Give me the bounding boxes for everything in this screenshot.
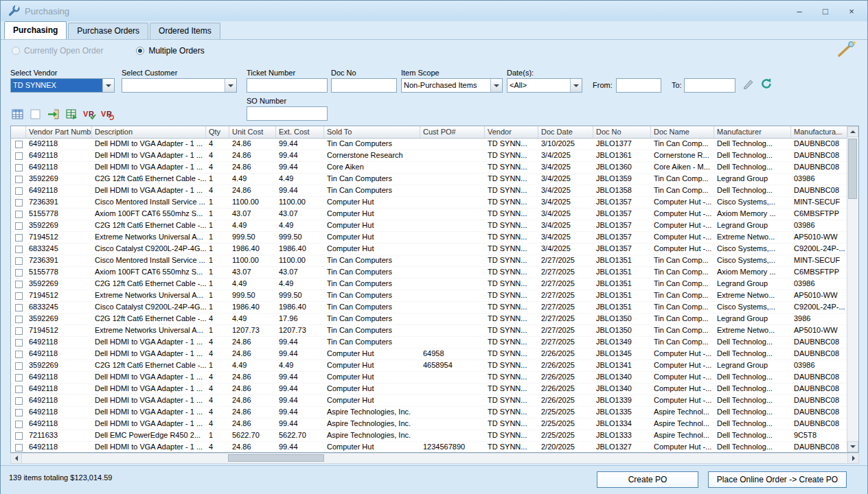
- column-header[interactable]: Manufactura...: [791, 126, 847, 138]
- blank-sheet-icon[interactable]: [28, 107, 43, 121]
- refresh-cost-icon[interactable]: [760, 78, 774, 91]
- table-row[interactable]: 6492118Dell HDMI to VGA Adapter - 1 ...4…: [11, 395, 847, 407]
- vertical-scroll-thumb[interactable]: [848, 139, 857, 199]
- magic-wand-icon[interactable]: [836, 39, 856, 58]
- select-vendor-combo[interactable]: TD SYNNEX: [10, 78, 115, 93]
- row-checkbox[interactable]: [11, 419, 26, 430]
- row-checkbox[interactable]: [11, 314, 26, 325]
- doc-no-input[interactable]: [331, 78, 397, 93]
- column-header[interactable]: Doc Date: [538, 126, 593, 138]
- vertical-scrollbar[interactable]: [847, 126, 858, 452]
- row-checkbox[interactable]: [11, 302, 26, 313]
- table-row[interactable]: 7194512Extreme Networks Universal A...19…: [11, 232, 847, 244]
- horizontal-scroll-thumb[interactable]: [228, 454, 324, 462]
- item-scope-combo[interactable]: Non-Purchased Items: [401, 78, 503, 93]
- row-checkbox[interactable]: [11, 232, 26, 243]
- to-date-input[interactable]: [684, 78, 735, 93]
- row-checkbox[interactable]: [11, 384, 26, 395]
- vr-refresh-icon[interactable]: V R: [100, 107, 114, 121]
- horizontal-scroll-track[interactable]: [22, 454, 847, 463]
- table-row[interactable]: 7236391Cisco Mentored Install Service ..…: [11, 197, 847, 209]
- row-checkbox[interactable]: [11, 407, 26, 418]
- row-checkbox[interactable]: [11, 139, 26, 150]
- column-header[interactable]: Sold To: [324, 126, 420, 138]
- table-row[interactable]: 6492118Dell HDMI to VGA Adapter - 1 ...4…: [11, 337, 847, 349]
- table-row[interactable]: 7194512Extreme Networks Universal A...11…: [11, 325, 847, 337]
- row-checkbox[interactable]: [11, 372, 26, 383]
- place-online-order-button[interactable]: Place Online Order -> Create PO: [708, 471, 847, 488]
- chevron-down-icon[interactable]: [225, 79, 236, 92]
- table-row[interactable]: 5155778Axiom 100FT CAT6 550mhz S...143.0…: [11, 209, 847, 220]
- row-checkbox[interactable]: [11, 395, 26, 406]
- scroll-right-icon[interactable]: [847, 454, 858, 463]
- column-header[interactable]: Ext. Cost: [276, 126, 324, 138]
- row-checkbox[interactable]: [11, 349, 26, 360]
- table-row[interactable]: 6492118Dell HDMI to VGA Adapter - 1 ...4…: [11, 185, 847, 197]
- table-row[interactable]: 6492118Dell HDMI to VGA Adapter - 1 ...4…: [11, 407, 847, 419]
- chevron-down-icon[interactable]: [570, 79, 582, 92]
- row-checkbox[interactable]: [11, 360, 26, 371]
- column-header[interactable]: Description: [92, 126, 206, 138]
- chevron-down-icon[interactable]: [490, 79, 502, 92]
- row-checkbox[interactable]: [11, 267, 26, 278]
- column-header[interactable]: Qty: [206, 126, 229, 138]
- maximize-button[interactable]: □: [821, 6, 830, 16]
- chevron-down-icon[interactable]: [102, 79, 114, 92]
- scroll-left-icon[interactable]: [11, 454, 22, 463]
- row-checkbox[interactable]: [11, 197, 26, 208]
- vr-check-icon[interactable]: V R: [82, 107, 96, 121]
- close-button[interactable]: ×: [847, 6, 856, 16]
- table-row[interactable]: 6492118Dell HDMI to VGA Adapter - 1 ...4…: [11, 162, 847, 174]
- column-header[interactable]: Unit Cost: [229, 126, 276, 138]
- column-header[interactable]: Manufacturer: [714, 126, 791, 138]
- table-row[interactable]: 3592269C2G 12ft Cat6 Ethernet Cable -...…: [11, 279, 847, 290]
- so-number-input[interactable]: [247, 106, 328, 121]
- column-header[interactable]: Doc No: [593, 126, 651, 138]
- minimize-button[interactable]: –: [795, 6, 804, 16]
- row-checkbox[interactable]: [11, 162, 26, 173]
- row-checkbox[interactable]: [11, 244, 26, 255]
- row-checkbox[interactable]: [11, 279, 26, 290]
- row-checkbox[interactable]: [11, 150, 26, 161]
- table-row[interactable]: 6492118Dell HDMI to VGA Adapter - 1 ...4…: [11, 419, 847, 430]
- vertical-scroll-track[interactable]: [847, 137, 858, 441]
- import-items-icon[interactable]: [46, 107, 60, 121]
- table-row[interactable]: 6833245Cisco Catalyst C9200L-24P-4G...11…: [11, 302, 847, 314]
- tab-purchasing[interactable]: Purchasing: [4, 21, 67, 39]
- table-row[interactable]: 6492118Dell HDMI to VGA Adapter - 1 ...4…: [11, 139, 847, 150]
- table-row[interactable]: 7211633Dell EMC PowerEdge R450 2...15622…: [11, 430, 847, 442]
- from-date-input[interactable]: [616, 78, 661, 93]
- radio-currently-open-order[interactable]: Currently Open Order: [12, 46, 103, 56]
- table-row[interactable]: 6492118Dell HDMI to VGA Adapter - 1 ...4…: [11, 384, 847, 395]
- tab-ordered-items[interactable]: Ordered Items: [150, 23, 220, 39]
- table-row[interactable]: 6492118Dell HDMI to VGA Adapter - 1 ...4…: [11, 372, 847, 384]
- table-row[interactable]: 7194512Extreme Networks Universal A...19…: [11, 290, 847, 302]
- table-row[interactable]: 5155778Axiom 100FT CAT6 550mhz S...143.0…: [11, 267, 847, 279]
- row-checkbox[interactable]: [11, 325, 26, 336]
- row-checkbox[interactable]: [11, 209, 26, 220]
- row-checkbox[interactable]: [11, 430, 26, 441]
- grid-view-icon[interactable]: [10, 107, 25, 121]
- row-checkbox[interactable]: [11, 220, 26, 231]
- table-row[interactable]: 3592269C2G 12ft Cat6 Ethernet Cable -...…: [11, 174, 847, 185]
- table-row[interactable]: 3592269C2G 12ft Cat6 Ethernet Cable -...…: [11, 314, 847, 325]
- column-header[interactable]: Vendor Part Number: [26, 126, 92, 138]
- radio-multiple-orders[interactable]: Multiple Orders: [136, 46, 204, 56]
- scroll-down-icon[interactable]: [847, 441, 858, 452]
- column-header[interactable]: Cust PO#: [420, 126, 485, 138]
- row-checkbox[interactable]: [11, 337, 26, 348]
- select-customer-combo[interactable]: [122, 78, 237, 93]
- create-po-button[interactable]: Create PO: [597, 471, 698, 488]
- row-checkbox[interactable]: [11, 442, 26, 452]
- row-checkbox[interactable]: [11, 174, 26, 185]
- table-row[interactable]: 6492118Dell HDMI to VGA Adapter - 1 ...4…: [11, 442, 847, 452]
- edit-filter-icon[interactable]: [742, 78, 756, 91]
- tab-purchase-orders[interactable]: Purchase Orders: [68, 23, 148, 39]
- column-header[interactable]: Doc Name: [651, 126, 714, 138]
- table-row[interactable]: 6492118Dell HDMI to VGA Adapter - 1 ...4…: [11, 349, 847, 360]
- row-checkbox[interactable]: [11, 185, 26, 196]
- export-excel-icon[interactable]: [64, 107, 78, 121]
- dates-combo[interactable]: <All>: [507, 78, 582, 93]
- scroll-up-icon[interactable]: [847, 126, 858, 137]
- horizontal-scrollbar[interactable]: [10, 453, 859, 464]
